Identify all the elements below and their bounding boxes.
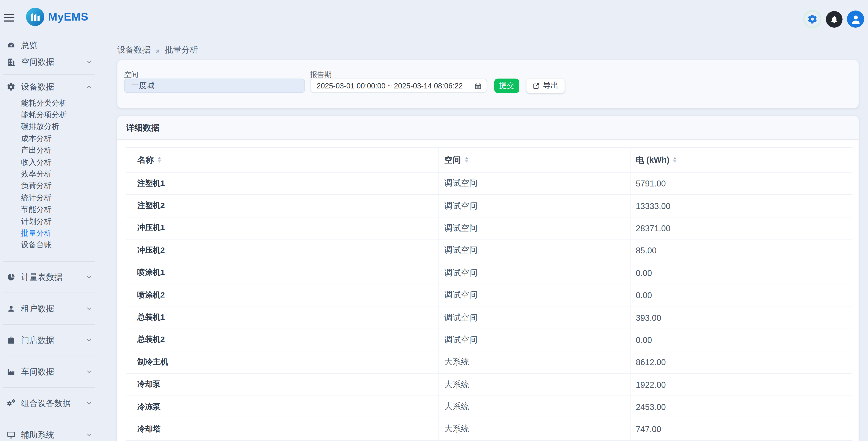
submenu-item[interactable]: 效率分析 bbox=[21, 168, 96, 180]
device-name-cell: 总装机1 bbox=[126, 306, 438, 329]
space-input[interactable] bbox=[124, 78, 305, 93]
sidebar-divider bbox=[3, 261, 95, 262]
sidebar-item-overview[interactable]: 总览 bbox=[3, 37, 96, 54]
reporting-period-input[interactable]: 2025-03-01 00:00:00 ~ 2025-03-14 08:06:2… bbox=[310, 78, 487, 93]
device-name-cell: 总装机2 bbox=[126, 329, 438, 351]
sidebar-item-label: 辅助系统 bbox=[21, 430, 86, 440]
sidebar-item-tenant-data[interactable]: 租户数据 bbox=[3, 297, 96, 320]
device-name-cell: 冷却泵 bbox=[126, 373, 438, 396]
submenu-item[interactable]: 设备台账 bbox=[21, 239, 96, 251]
sort-icon[interactable] bbox=[674, 157, 677, 163]
chevron-down-icon bbox=[86, 400, 92, 407]
submenu-item[interactable]: 能耗分类分析 bbox=[21, 97, 96, 109]
gauge-icon bbox=[7, 41, 16, 50]
submenu-item[interactable]: 节能分析 bbox=[21, 204, 96, 216]
reporting-period-value: 2025-03-01 00:00:00 ~ 2025-03-14 08:06:2… bbox=[317, 81, 474, 90]
notifications-bell-icon[interactable] bbox=[826, 11, 843, 27]
space-cell: 调试空间 bbox=[438, 262, 630, 284]
submenu-item-batch-analysis-active[interactable]: 批量分析 bbox=[21, 228, 96, 239]
export-icon bbox=[532, 82, 540, 89]
space-cell: 大系统 bbox=[438, 351, 630, 373]
sidebar-item-workshop-data[interactable]: 车间数据 bbox=[3, 360, 96, 383]
device-name-cell: 冲压机2 bbox=[126, 239, 438, 262]
table-row: 冲压机1 调试空间 28371.00 bbox=[126, 217, 852, 239]
table-row: 冷却塔 大系统 747.00 bbox=[126, 418, 852, 441]
calendar-icon[interactable] bbox=[474, 82, 482, 89]
sidebar-item-label: 租户数据 bbox=[21, 303, 86, 314]
table-row: 总装机1 调试空间 393.00 bbox=[126, 306, 852, 329]
submenu-item[interactable]: 统计分析 bbox=[21, 192, 96, 204]
settings-gear-icon[interactable] bbox=[803, 10, 822, 28]
export-button[interactable]: 导出 bbox=[526, 78, 564, 93]
topbar-actions bbox=[803, 10, 864, 28]
sidebar-divider bbox=[3, 74, 95, 74]
breadcrumb-separator-icon: » bbox=[155, 46, 160, 55]
chevron-down-icon bbox=[86, 369, 92, 375]
monitor-icon bbox=[7, 431, 16, 439]
sidebar-item-meter-data[interactable]: 计量表数据 bbox=[3, 266, 96, 289]
submenu-item[interactable]: 成本分析 bbox=[21, 133, 96, 145]
submenu-item[interactable]: 收入分析 bbox=[21, 157, 96, 168]
sidebar-item-equipment-data[interactable]: 设备数据 bbox=[3, 78, 96, 95]
brand-name: MyEMS bbox=[48, 10, 89, 23]
space-cell: 调试空间 bbox=[438, 329, 630, 351]
hamburger-menu-icon[interactable] bbox=[4, 14, 14, 22]
breadcrumb-parent[interactable]: 设备数据 bbox=[117, 45, 151, 55]
submit-button[interactable]: 提交 bbox=[494, 78, 519, 93]
sort-icon[interactable] bbox=[158, 157, 161, 163]
space-label: 空间 bbox=[124, 70, 138, 80]
sidebar-item-auxiliary-system[interactable]: 辅助系统 bbox=[3, 423, 96, 441]
submenu-item[interactable]: 碳排放分析 bbox=[21, 121, 96, 133]
main-content: 设备数据 » 批量分析 空间 报告期 2025-03-01 00:00:00 ~… bbox=[98, 35, 868, 441]
user-avatar[interactable] bbox=[847, 10, 864, 28]
submenu-item[interactable]: 产出分析 bbox=[21, 145, 96, 157]
energy-value-cell: 393.00 bbox=[630, 306, 852, 329]
chevron-down-icon bbox=[86, 59, 92, 65]
submenu-item[interactable]: 计划分析 bbox=[21, 216, 96, 228]
sidebar: 总览 空间数据 设备数据 能耗分类分析 能耗分项分析 碳排放分析 bbox=[0, 35, 98, 441]
sidebar-item-space-data[interactable]: 空间数据 bbox=[3, 54, 96, 70]
device-name-cell: 喷涂机1 bbox=[126, 262, 438, 284]
column-header-name[interactable]: 名称 bbox=[126, 147, 438, 172]
space-cell: 调试空间 bbox=[438, 239, 630, 262]
sort-icon[interactable] bbox=[465, 157, 468, 163]
sidebar-item-store-data[interactable]: 门店数据 bbox=[3, 329, 96, 352]
energy-value-cell: 85.00 bbox=[630, 239, 852, 262]
chevron-up-icon bbox=[86, 83, 92, 90]
detail-data-card: 详细数据 名称 空间 bbox=[117, 116, 859, 441]
sidebar-divider bbox=[3, 419, 95, 419]
table-row: 冲压机2 调试空间 85.00 bbox=[126, 239, 852, 262]
pie-chart-icon bbox=[7, 273, 16, 282]
device-name-cell: 喷涂机2 bbox=[126, 284, 438, 306]
table-row: 冷却泵 大系统 1922.00 bbox=[126, 373, 852, 396]
sidebar-item-label: 总览 bbox=[21, 40, 92, 51]
table-row: 冷冻泵 大系统 2453.00 bbox=[126, 396, 852, 418]
submenu-item[interactable]: 负荷分析 bbox=[21, 180, 96, 192]
gear-icon bbox=[7, 82, 16, 92]
filter-panel: 空间 报告期 2025-03-01 00:00:00 ~ 2025-03-14 … bbox=[117, 60, 859, 108]
breadcrumb: 设备数据 » 批量分析 bbox=[117, 45, 198, 55]
chevron-down-icon bbox=[86, 431, 92, 438]
topbar: MyEMS bbox=[0, 0, 868, 35]
energy-value-cell: 0.00 bbox=[630, 329, 852, 351]
energy-value-cell: 0.00 bbox=[630, 262, 852, 284]
table-row: 喷涂机1 调试空间 0.00 bbox=[126, 262, 852, 284]
device-name-cell: 注塑机2 bbox=[126, 195, 438, 217]
energy-value-cell: 0.00 bbox=[630, 284, 852, 306]
table-row: 制冷主机 大系统 8612.00 bbox=[126, 351, 852, 373]
sidebar-item-label: 组合设备数据 bbox=[21, 398, 86, 409]
column-header-space[interactable]: 空间 bbox=[438, 147, 630, 172]
table-row: 注塑机2 调试空间 13333.00 bbox=[126, 195, 852, 217]
device-name-cell: 冷冻泵 bbox=[126, 396, 438, 418]
space-cell: 调试空间 bbox=[438, 284, 630, 306]
sidebar-item-combined-equipment-data[interactable]: 组合设备数据 bbox=[3, 392, 96, 415]
column-header-electricity[interactable]: 电 (kWh) bbox=[630, 147, 852, 172]
sidebar-divider bbox=[3, 387, 95, 388]
submenu-item[interactable]: 能耗分项分析 bbox=[21, 109, 96, 121]
energy-value-cell: 5791.00 bbox=[630, 172, 852, 195]
factory-icon bbox=[7, 367, 16, 376]
sidebar-item-label: 车间数据 bbox=[21, 367, 86, 377]
brand-logo[interactable]: MyEMS bbox=[26, 8, 89, 26]
energy-value-cell: 2453.00 bbox=[630, 396, 852, 418]
user-icon bbox=[7, 304, 16, 313]
